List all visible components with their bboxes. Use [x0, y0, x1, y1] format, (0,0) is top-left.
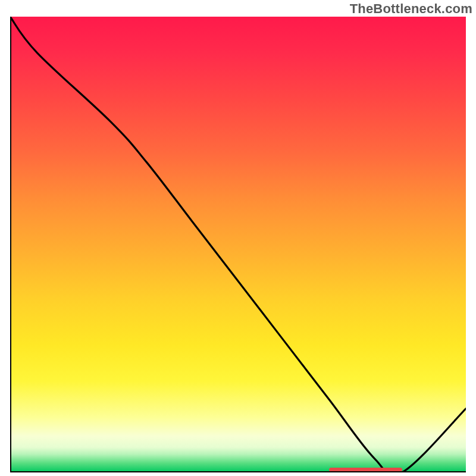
plot-area — [10, 17, 466, 472]
gradient-background — [10, 17, 466, 472]
watermark-text: TheBottleneck.com — [350, 1, 472, 17]
chart-container: TheBottleneck.com — [0, 0, 476, 476]
optimal-range-marker — [329, 468, 402, 472]
